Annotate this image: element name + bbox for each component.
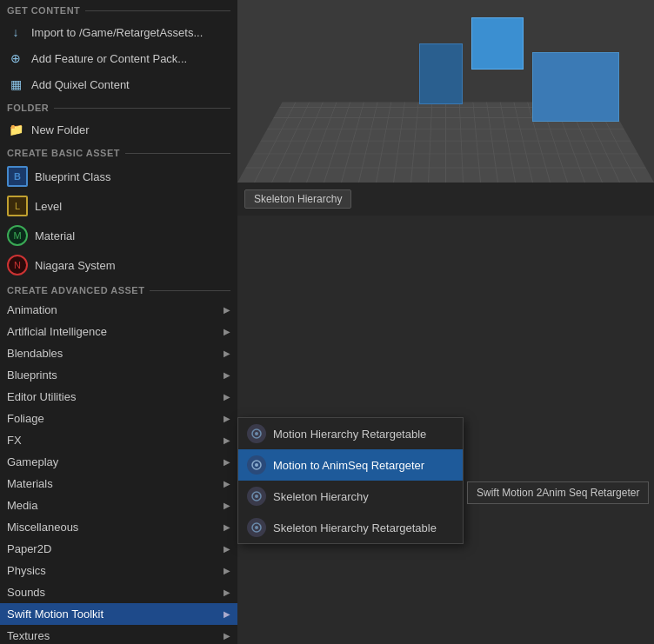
feature-item[interactable]: ⊕ Add Feature or Content Pack... <box>0 45 237 71</box>
blue-cube-1 <box>471 17 524 70</box>
sounds-label: Sounds <box>7 586 45 599</box>
import-label: Import to /Game/RetargetAssets... <box>31 26 203 39</box>
editor-utilities-arrow: ▶ <box>224 392 230 402</box>
materials-arrow: ▶ <box>224 479 230 488</box>
feature-icon: ⊕ <box>10 51 21 65</box>
feature-label: Add Feature or Content Pack... <box>31 52 187 65</box>
foliage-arrow: ▶ <box>224 414 230 423</box>
blue-cube-2 <box>532 52 619 122</box>
textures-label: Textures <box>7 629 50 642</box>
skeleton-hierarchy-icon <box>247 487 266 506</box>
svg-point-7 <box>255 526 258 529</box>
animation-arrow: ▶ <box>224 305 230 315</box>
new-folder-item[interactable]: 📁 New Folder <box>0 116 237 143</box>
miscellaneous-item[interactable]: Miscellaneous ▶ <box>0 516 237 538</box>
motion-animseq-icon <box>247 455 266 475</box>
paper2d-arrow: ▶ <box>224 544 230 554</box>
import-item[interactable]: ↓ Import to /Game/RetargetAssets... <box>0 19 237 45</box>
foliage-label: Foliage <box>7 412 44 425</box>
tooltip-label: Swift Motion 2Anim Seq Retargeter <box>477 487 639 499</box>
submenu-motion-hierarchy[interactable]: Motion Hierarchy Retargetable <box>238 418 463 449</box>
motion-animseq-label: Motion to AnimSeq Retargeter <box>273 459 424 472</box>
sounds-arrow: ▶ <box>224 588 230 597</box>
niagara-item[interactable]: N Niagara System <box>0 250 237 280</box>
level-icon: L <box>15 201 20 211</box>
quixel-icon: ▦ <box>10 77 22 91</box>
skeleton-hierarchy-label: Skeleton Hierarchy <box>273 490 369 503</box>
paper2d-label: Paper2D <box>7 542 51 555</box>
viewport-bottom-panel: Skeleton Hierarchy <box>237 183 654 216</box>
quixel-item[interactable]: ▦ Add Quixel Content <box>0 71 237 97</box>
physics-item[interactable]: Physics ▶ <box>0 560 237 581</box>
blueprints-arrow: ▶ <box>224 370 230 380</box>
svg-point-5 <box>255 495 258 498</box>
quixel-label: Add Quixel Content <box>31 78 130 91</box>
paper2d-item[interactable]: Paper2D ▶ <box>0 538 237 560</box>
svg-point-1 <box>255 432 258 435</box>
svg-point-3 <box>255 463 258 467</box>
sounds-item[interactable]: Sounds ▶ <box>0 581 237 603</box>
editor-utilities-label: Editor Utilities <box>7 390 76 403</box>
gameplay-item[interactable]: Gameplay ▶ <box>0 451 237 473</box>
fx-label: FX <box>7 434 22 447</box>
gameplay-arrow: ▶ <box>224 457 230 467</box>
skeleton-hierarchy-retargetable-label: Skeleton Hierarchy Retargetable <box>273 521 437 534</box>
textures-arrow: ▶ <box>224 631 230 641</box>
blueprint-label: Blueprint Class <box>35 170 110 183</box>
ai-arrow: ▶ <box>224 327 230 336</box>
folder-header: FOLDER <box>0 97 237 116</box>
blueprint-icon: B <box>14 171 21 182</box>
submenu-popup: Motion Hierarchy Retargetable Motion to … <box>237 417 464 544</box>
blueprints-label: Blueprints <box>7 368 57 382</box>
animation-item[interactable]: Animation ▶ <box>0 299 237 321</box>
blendables-arrow: ▶ <box>224 349 230 358</box>
submenu-motion-animseq[interactable]: Motion to AnimSeq Retargeter <box>238 449 463 481</box>
motion-hierarchy-icon <box>247 424 266 443</box>
textures-item[interactable]: Textures ▶ <box>0 625 237 644</box>
physics-label: Physics <box>7 564 46 577</box>
ai-label: Artificial Intelligence <box>7 325 107 338</box>
viewport-3d <box>237 0 654 183</box>
blue-cube-3 <box>419 43 463 104</box>
skeleton-hierarchy-retargetable-icon <box>247 518 266 537</box>
skeleton-hierarchy-badge[interactable]: Skeleton Hierarchy <box>244 189 351 209</box>
left-panel: GET CONTENT ↓ Import to /Game/RetargetAs… <box>0 0 237 644</box>
swift-motion-toolkit-label: Swift Motion Toolkit <box>7 607 103 621</box>
editor-utilities-item[interactable]: Editor Utilities ▶ <box>0 386 237 408</box>
viewport: Skeleton Hierarchy <box>237 0 654 644</box>
swift-motion-toolkit-item[interactable]: Swift Motion Toolkit ▶ <box>0 603 237 625</box>
swift-motion-toolkit-arrow: ▶ <box>224 609 230 619</box>
tooltip-popup: Swift Motion 2Anim Seq Retargeter <box>467 481 649 504</box>
materials-item[interactable]: Materials ▶ <box>0 473 237 495</box>
media-label: Media <box>7 499 37 512</box>
material-icon: M <box>13 230 21 241</box>
get-content-header: GET CONTENT <box>0 0 237 19</box>
blendables-label: Blendables <box>7 347 63 360</box>
miscellaneous-label: Miscellaneous <box>7 521 78 534</box>
folder-icon: 📁 <box>9 123 23 136</box>
media-item[interactable]: Media ▶ <box>0 495 237 516</box>
submenu-skeleton-hierarchy-retargetable[interactable]: Skeleton Hierarchy Retargetable <box>238 512 463 543</box>
create-basic-header: CREATE BASIC ASSET <box>0 143 237 162</box>
level-label: Level <box>35 200 62 213</box>
artificial-intelligence-item[interactable]: Artificial Intelligence ▶ <box>0 321 237 342</box>
foliage-item[interactable]: Foliage ▶ <box>0 408 237 429</box>
new-folder-label: New Folder <box>31 123 89 136</box>
motion-hierarchy-label: Motion Hierarchy Retargetable <box>273 428 426 441</box>
blueprint-item[interactable]: B Blueprint Class <box>0 162 237 191</box>
blendables-item[interactable]: Blendables ▶ <box>0 342 237 364</box>
submenu-skeleton-hierarchy[interactable]: Skeleton Hierarchy <box>238 481 463 512</box>
material-item[interactable]: M Material <box>0 221 237 250</box>
miscellaneous-arrow: ▶ <box>224 522 230 532</box>
create-advanced-header: CREATE ADVANCED ASSET <box>0 280 237 299</box>
fx-item[interactable]: FX ▶ <box>0 429 237 451</box>
materials-label: Materials <box>7 477 53 490</box>
niagara-label: Niagara System <box>35 259 115 272</box>
gameplay-label: Gameplay <box>7 455 58 468</box>
material-label: Material <box>35 229 75 242</box>
blueprints-item[interactable]: Blueprints ▶ <box>0 364 237 386</box>
level-item[interactable]: L Level <box>0 191 237 221</box>
fx-arrow: ▶ <box>224 435 230 445</box>
physics-arrow: ▶ <box>224 566 230 575</box>
media-arrow: ▶ <box>224 501 230 510</box>
